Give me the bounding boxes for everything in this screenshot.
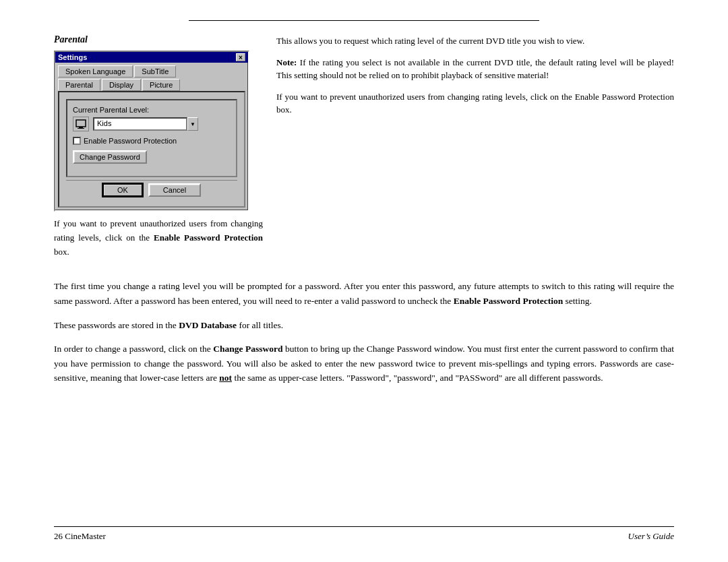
level-row: Kids ▼ bbox=[73, 117, 231, 131]
tab-picture[interactable]: Picture bbox=[142, 79, 180, 91]
note-text: If the rating you select is not availabl… bbox=[276, 57, 674, 81]
monitor-icon bbox=[75, 119, 86, 129]
para-1: The first time you change a rating level… bbox=[54, 279, 674, 308]
tab-row-2: Parental Display Picture bbox=[58, 79, 245, 91]
enable-password-checkbox[interactable] bbox=[73, 137, 81, 145]
dropdown-container[interactable]: Kids ▼ bbox=[93, 117, 198, 131]
below-dialog-text: If you want to prevent unauthorized user… bbox=[54, 217, 263, 259]
close-button[interactable]: × bbox=[236, 53, 245, 61]
svg-rect-0 bbox=[76, 120, 86, 127]
left-column: Parental Settings × Spoken Language SubT… bbox=[54, 34, 263, 268]
dialog-body: Current Parental Level: Kids bbox=[58, 91, 245, 208]
tab-display[interactable]: Display bbox=[102, 79, 141, 91]
parental-icon bbox=[73, 117, 89, 131]
tab-subtitle[interactable]: SubTitle bbox=[134, 65, 176, 77]
page-footer: 26 CineMaster User’s Guide bbox=[54, 526, 674, 542]
right-description: This allows you to request which rating … bbox=[276, 34, 674, 48]
dropdown-arrow[interactable]: ▼ bbox=[187, 117, 198, 131]
svg-rect-2 bbox=[78, 128, 84, 129]
tab-parental[interactable]: Parental bbox=[58, 79, 100, 91]
tab-row-1: Spoken Language SubTitle bbox=[58, 65, 245, 77]
dialog-titlebar: Settings × bbox=[55, 52, 248, 63]
svg-rect-1 bbox=[79, 127, 83, 128]
dialog-footer: OK Cancel bbox=[66, 180, 237, 199]
dialog-tabs: Spoken Language SubTitle Parental Displa… bbox=[55, 63, 248, 91]
parental-panel: Current Parental Level: Kids bbox=[66, 99, 237, 177]
cancel-button[interactable]: Cancel bbox=[148, 183, 201, 197]
top-rule bbox=[189, 20, 539, 21]
para-2: These passwords are stored in the DVD Da… bbox=[54, 318, 674, 333]
footer-left: 26 CineMaster bbox=[54, 531, 106, 542]
enable-password-label: Enable Password Protection bbox=[84, 137, 177, 145]
section-title: Parental bbox=[54, 34, 263, 45]
dialog-title: Settings bbox=[58, 53, 87, 61]
tab-spoken-language[interactable]: Spoken Language bbox=[58, 65, 133, 77]
right-column: This allows you to request which rating … bbox=[276, 34, 674, 268]
note-label: Note: bbox=[276, 57, 297, 67]
parental-level-dropdown[interactable]: Kids bbox=[93, 117, 187, 131]
enable-password-row: Enable Password Protection bbox=[73, 137, 231, 145]
note-box: Note: If the rating you select is not av… bbox=[276, 56, 674, 117]
settings-dialog: Settings × Spoken Language SubTitle Pare… bbox=[54, 51, 249, 212]
ok-button[interactable]: OK bbox=[102, 183, 143, 197]
footer-right: User’s Guide bbox=[628, 531, 675, 542]
current-level-label: Current Parental Level: bbox=[73, 106, 231, 114]
para-3: In order to change a password, click on … bbox=[54, 342, 674, 385]
change-password-button[interactable]: Change Password bbox=[73, 150, 147, 164]
